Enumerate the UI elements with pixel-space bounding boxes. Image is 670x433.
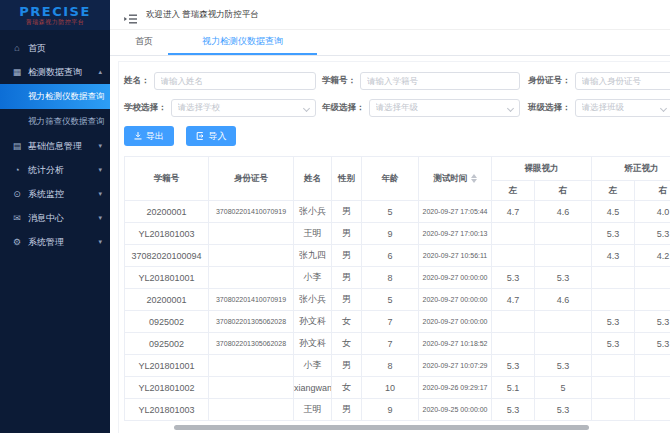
- table-cell: 4.2: [635, 245, 670, 267]
- table-cell: 4.3: [592, 245, 635, 267]
- table-cell: 孙文科: [294, 311, 332, 333]
- sidebar-item-system-monitor[interactable]: ⊙ 系统监控 ▾: [0, 182, 110, 206]
- table-cell: 4.7: [492, 201, 535, 223]
- table-cell: 男: [332, 289, 362, 311]
- id-card-label: 身份证号：: [528, 75, 571, 87]
- table-cell: [209, 245, 294, 267]
- table-cell: YL201801001: [125, 267, 209, 289]
- sidebar-item-system-settings[interactable]: ⚙ 系统管理 ▾: [0, 230, 110, 254]
- table-cell: 5.3: [492, 399, 535, 421]
- chevron-down-icon: ▾: [98, 190, 102, 198]
- gear-icon: ⚙: [12, 237, 22, 247]
- class-label: 班级选择：: [528, 102, 571, 114]
- school-select-placeholder: 请选择学校: [178, 102, 301, 114]
- id-card-input[interactable]: [575, 72, 670, 90]
- sidebar-item-basic-info[interactable]: ▤ 基础信息管理 ▾: [0, 134, 110, 158]
- table-cell: 370802201410070919: [209, 201, 294, 223]
- sidebar: PRECISE 普瑞森视力防控平台 ⌂ 首页 ▦ 检测数据查询 ▴ 视力检测仪数…: [0, 0, 110, 433]
- grade-select[interactable]: 请选择年级: [369, 99, 521, 117]
- table-cell: 张小兵: [294, 289, 332, 311]
- export-button[interactable]: 导出: [124, 126, 174, 146]
- sidebar-item-label: 系统监控: [28, 188, 64, 201]
- app-logo: PRECISE 普瑞森视力防控平台: [0, 0, 110, 30]
- table-cell: 2020-09-27 00:00:00: [419, 311, 492, 333]
- import-icon: [196, 132, 204, 140]
- table-cell: 5.3: [492, 355, 535, 377]
- tab-home[interactable]: 首页: [120, 30, 168, 55]
- import-button[interactable]: 导入: [186, 126, 236, 146]
- sidebar-item-vision-screener-query[interactable]: 视力筛查仪数据查询: [0, 109, 110, 134]
- table-cell: [209, 399, 294, 421]
- top-header: 欢迎进入 普瑞森视力防控平台: [110, 0, 670, 30]
- table-row: YL201801003王明男92020-09-25 00:00:005.35.3: [125, 399, 670, 421]
- sidebar-item-detection-data-query[interactable]: ▦ 检测数据查询 ▴: [0, 60, 110, 84]
- query-card: 姓名： 学籍号： 身份证号： 学校选择： 请选择学校: [118, 61, 670, 433]
- student-id-input[interactable]: [360, 72, 520, 90]
- chevron-down-icon: [660, 104, 667, 111]
- sidebar-item-message-center[interactable]: ✉ 消息中心 ▾: [0, 206, 110, 230]
- table-cell: 女: [332, 333, 362, 355]
- table-cell: 2020-09-27 17:00:13: [419, 223, 492, 245]
- class-field: 班级选择： 请选择班级: [528, 99, 670, 117]
- table-cell: 5.3: [592, 311, 635, 333]
- sidebar-item-home[interactable]: ⌂ 首页: [0, 36, 110, 60]
- school-label: 学校选择：: [124, 102, 167, 114]
- table-cell: [592, 289, 635, 311]
- name-input[interactable]: [154, 72, 317, 90]
- school-field: 学校选择： 请选择学校: [124, 99, 316, 117]
- table-cell: 男: [332, 355, 362, 377]
- horizontal-scrollbar-thumb[interactable]: [174, 425, 589, 430]
- sidebar-item-label: 视力检测仪数据查询: [28, 91, 105, 103]
- grade-select-placeholder: 请选择年级: [376, 102, 505, 114]
- chevron-down-icon: ▾: [98, 166, 102, 174]
- school-select[interactable]: 请选择学校: [171, 99, 317, 117]
- home-icon: ⌂: [12, 43, 22, 53]
- col-group-corrected-vision: 矫正视力: [592, 157, 670, 181]
- table-cell: [592, 399, 635, 421]
- table-cell: 5.1: [492, 377, 535, 399]
- download-icon: [134, 132, 142, 140]
- chevron-up-icon: ▴: [98, 68, 102, 76]
- table-cell: [592, 377, 635, 399]
- sidebar-collapse-icon[interactable]: [124, 10, 137, 20]
- sidebar-item-label: 统计分析: [28, 164, 64, 177]
- table-row: YL201801003王明男92020-09-27 17:00:135.35.3: [125, 223, 670, 245]
- table-cell: 小李: [294, 267, 332, 289]
- col-corrected-right: 右: [635, 181, 670, 201]
- table-cell: 2020-09-27 10:07:29: [419, 355, 492, 377]
- col-student-id: 学籍号: [125, 157, 209, 201]
- table-cell: 370802201305062028: [209, 333, 294, 355]
- name-label: 姓名：: [124, 75, 150, 87]
- sidebar-item-statistics[interactable]: ◔ 统计分析 ▾: [0, 158, 110, 182]
- table-row: 0925002370802201305062028孙文科女72020-09-27…: [125, 311, 670, 333]
- logo-subtitle: 普瑞森视力防控平台: [26, 19, 85, 25]
- sidebar-menu: ⌂ 首页 ▦ 检测数据查询 ▴ 视力检测仪数据查询 视力筛查仪数据查询 ▤ 基础…: [0, 30, 110, 254]
- class-select[interactable]: 请选择班级: [575, 99, 670, 117]
- tab-vision-detector-query[interactable]: 视力检测仪数据查询: [168, 30, 317, 55]
- table-cell: [635, 289, 670, 311]
- table-cell: 女: [332, 377, 362, 399]
- table-body: 20200001370802201410070919张小兵男52020-09-2…: [125, 201, 670, 421]
- table-cell: 20200001: [125, 201, 209, 223]
- table-cell: 2020-09-27 00:00:00: [419, 267, 492, 289]
- table-cell: 0925002: [125, 311, 209, 333]
- chevron-down-icon: [303, 104, 310, 111]
- table-cell: 4.6: [535, 289, 592, 311]
- chevron-down-icon: ▾: [98, 214, 102, 222]
- table-cell: 4.7: [492, 289, 535, 311]
- table-cell: 5.3: [635, 223, 670, 245]
- content-area: 姓名： 学籍号： 身份证号： 学校选择： 请选择学校: [110, 56, 670, 433]
- table-cell: 5.3: [535, 399, 592, 421]
- col-test-time[interactable]: 测试时间: [419, 157, 492, 201]
- sidebar-item-vision-detector-query[interactable]: 视力检测仪数据查询: [0, 84, 110, 109]
- table-cell: [635, 355, 670, 377]
- table-cell: [492, 223, 535, 245]
- table-cell: 4.6: [535, 201, 592, 223]
- chevron-down-icon: ▾: [98, 142, 102, 150]
- table-cell: 4.0: [635, 201, 670, 223]
- sort-icon[interactable]: [471, 174, 477, 183]
- col-age: 年龄: [362, 157, 419, 201]
- col-name: 姓名: [294, 157, 332, 201]
- table-cell: [535, 333, 592, 355]
- table-cell: [209, 355, 294, 377]
